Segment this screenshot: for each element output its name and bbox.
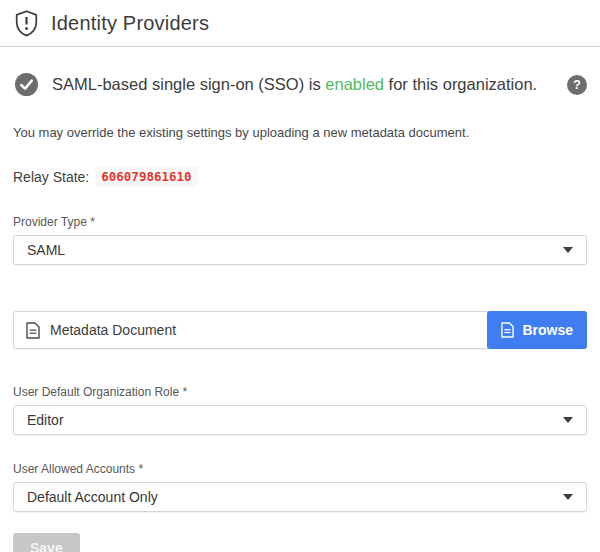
relay-state-value: 606079861610 bbox=[95, 166, 197, 187]
allowed-accounts-value: Default Account Only bbox=[27, 489, 158, 505]
provider-type-select[interactable]: SAML bbox=[13, 235, 587, 265]
allowed-accounts-label: User Allowed Accounts * bbox=[13, 462, 587, 476]
status-enabled-badge: enabled bbox=[325, 75, 384, 93]
browse-button[interactable]: Browse bbox=[487, 311, 587, 349]
caret-down-icon bbox=[563, 247, 573, 253]
check-circle-icon bbox=[15, 73, 38, 96]
default-role-label: User Default Organization Role * bbox=[13, 385, 587, 399]
document-icon bbox=[501, 322, 514, 338]
metadata-document-label: Metadata Document bbox=[50, 322, 176, 338]
sso-status-row: SAML-based single sign-on (SSO) is enabl… bbox=[15, 73, 587, 96]
status-text-after: for this organization. bbox=[384, 75, 537, 93]
page-header: Identity Providers bbox=[0, 0, 600, 47]
page-title: Identity Providers bbox=[51, 12, 209, 35]
caret-down-icon bbox=[563, 417, 573, 423]
metadata-document-input: Metadata Document Browse bbox=[13, 311, 587, 349]
save-button[interactable]: Save bbox=[13, 533, 80, 552]
override-description: You may override the existing settings b… bbox=[13, 125, 587, 140]
default-role-value: Editor bbox=[27, 412, 64, 428]
default-role-select[interactable]: Editor bbox=[13, 405, 587, 435]
allowed-accounts-group: User Allowed Accounts * Default Account … bbox=[13, 462, 587, 512]
document-icon bbox=[26, 322, 40, 339]
shield-exclamation-icon bbox=[15, 10, 38, 37]
question-circle-icon[interactable]: ? bbox=[567, 75, 587, 95]
identity-providers-page: Identity Providers SAML-based single sig… bbox=[0, 0, 600, 552]
browse-button-label: Browse bbox=[522, 322, 573, 338]
relay-state-row: Relay State: 606079861610 bbox=[13, 166, 587, 187]
metadata-document-field[interactable]: Metadata Document bbox=[14, 312, 487, 348]
caret-down-icon bbox=[563, 494, 573, 500]
relay-state-label: Relay State: bbox=[13, 169, 89, 185]
default-role-group: User Default Organization Role * Editor bbox=[13, 385, 587, 435]
allowed-accounts-select[interactable]: Default Account Only bbox=[13, 482, 587, 512]
provider-type-group: Provider Type * SAML bbox=[13, 215, 587, 265]
status-text-before: SAML-based single sign-on (SSO) is bbox=[52, 75, 325, 93]
provider-type-value: SAML bbox=[27, 242, 65, 258]
provider-type-label: Provider Type * bbox=[13, 215, 587, 229]
sso-status-text: SAML-based single sign-on (SSO) is enabl… bbox=[52, 75, 537, 94]
